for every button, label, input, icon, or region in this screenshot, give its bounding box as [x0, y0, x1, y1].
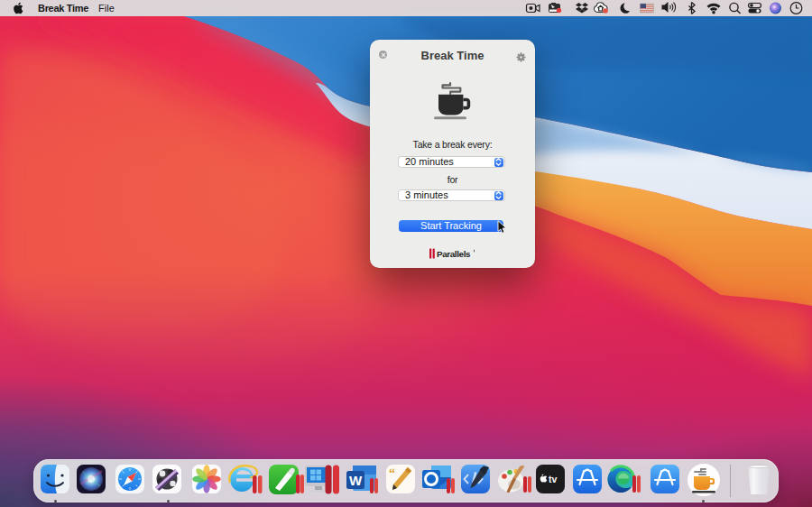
- svg-text:Parallels: Parallels: [437, 249, 471, 259]
- svg-text:tv: tv: [549, 474, 557, 484]
- svg-text:“: “: [389, 466, 395, 480]
- svg-text:W: W: [349, 473, 363, 488]
